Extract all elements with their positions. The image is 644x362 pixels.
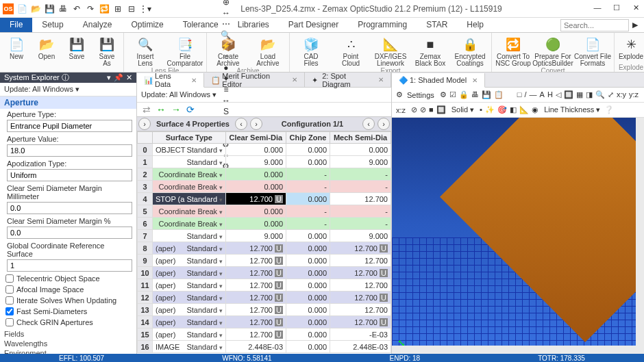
tab-help[interactable]: Help [457, 18, 493, 32]
qat-convert-icon[interactable]: 🔁 [99, 3, 110, 14]
col-header[interactable]: Mech Semi-Dia [330, 132, 391, 144]
sysexp-link-fields[interactable]: Fields [4, 329, 132, 339]
qat-redo-icon[interactable]: ↷ [85, 3, 96, 14]
iterate-checkbox[interactable] [5, 296, 14, 305]
col-header[interactable]: Surface Type [153, 132, 226, 144]
axis-xz-label[interactable]: x:z [396, 106, 406, 114]
chip-zone-cell[interactable]: 0.000 [286, 328, 330, 341]
scrollbar-horizontal[interactable] [392, 346, 644, 354]
col-header[interactable] [138, 132, 153, 144]
chip-zone-cell[interactable]: 0.000 [286, 279, 330, 292]
row-index[interactable]: 3 [138, 181, 153, 193]
tab-setup[interactable]: Setup [32, 18, 73, 32]
modtb1-5-icon[interactable]: 📋 [493, 90, 505, 99]
lenstb-icon-8[interactable]: ✦ [221, 73, 232, 84]
mech-semi-dia-cell[interactable]: - [330, 218, 391, 230]
open-button[interactable]: 📂Open [32, 34, 61, 71]
mech-semi-dia-cell[interactable]: -E-03 [330, 328, 391, 341]
surface-type-cell[interactable]: Standard [153, 156, 226, 168]
fastsd-checkbox[interactable] [5, 307, 14, 315]
arrow-icon-0[interactable]: ⇄ [143, 104, 151, 115]
tab-programming[interactable]: Programming [348, 18, 417, 32]
clear-semi-dia-cell[interactable]: 0.000 [225, 168, 286, 181]
lenstb-icon-6[interactable]: ○ [221, 51, 232, 62]
clear-semi-dia-cell[interactable]: 12.700 U [225, 316, 286, 328]
tab-part-designer[interactable]: Part Designer [279, 18, 348, 32]
doctab-shaded-model[interactable]: 🔷1: Shaded Model✕ [392, 73, 485, 88]
csd-mm-input[interactable] [7, 202, 132, 214]
qat-save-icon[interactable]: 💾 [44, 3, 55, 14]
mech-semi-dia-cell[interactable]: - [330, 205, 391, 218]
mech-semi-dia-cell[interactable]: 12.700 [330, 279, 391, 292]
mech-semi-dia-cell[interactable]: 0.000 [330, 144, 391, 156]
chip-zone-cell[interactable]: 0.000 [286, 156, 330, 168]
lenstb-icon-5[interactable]: ⚡ [221, 40, 232, 51]
surface-type-cell[interactable]: (aper) Standard [153, 242, 226, 255]
modtb1-2-icon[interactable]: 🔒 [458, 90, 470, 99]
row-index[interactable]: 6 [138, 218, 153, 230]
config-prev-icon[interactable]: ‹ [362, 118, 375, 130]
grin-checkbox[interactable] [5, 318, 14, 326]
cad-files-button[interactable]: 🧊CAD Files [292, 34, 330, 67]
chip-zone-cell[interactable]: 0.000 [286, 144, 330, 156]
modshape-8-icon[interactable]: ◨ [584, 90, 594, 99]
qat-more-icon[interactable]: ⋮▾ [140, 3, 151, 14]
convert-nsc-button[interactable]: 🔁Convert To NSC Group [494, 34, 532, 67]
black-box-button[interactable]: ■Zemax Black Box [411, 34, 449, 67]
clear-semi-dia-cell[interactable]: 0.000 [225, 181, 286, 193]
surface-type-cell[interactable]: OBJECT Standard [153, 144, 226, 156]
arrow-icon-3[interactable]: ⟳ [186, 104, 195, 115]
surface-type-cell[interactable]: (aper) Standard [153, 255, 226, 267]
surface-type-cell[interactable]: (aper) Standard [153, 267, 226, 279]
sysexp-section-aperture[interactable]: Aperture [0, 96, 136, 109]
chip-zone-cell[interactable]: - [286, 181, 330, 193]
col-header[interactable]: Clear Semi-Dia [225, 132, 286, 144]
minimize-button[interactable]: — [592, 3, 603, 14]
lenstb-icon-9[interactable]: ≡ [221, 84, 232, 95]
clear-semi-dia-cell[interactable]: 9.000 [225, 156, 286, 168]
modshape-10-icon[interactable]: ⤢ [606, 90, 615, 99]
convert-file-button[interactable]: 📄Convert File Formats [573, 34, 612, 67]
clear-semi-dia-cell[interactable]: 12.700 U [225, 279, 286, 292]
surface-row-6[interactable]: 6Coordinate Break0.000-- [138, 218, 391, 230]
modshape-1-icon[interactable]: / [523, 90, 528, 99]
telecentric-checkbox[interactable] [5, 274, 14, 283]
surface-row-12[interactable]: 12(aper) Standard12.700 U0.00012.700 U [138, 292, 391, 304]
explode-button[interactable]: ✳Explode [617, 34, 644, 64]
aperture-type-input[interactable] [7, 120, 132, 132]
lenstb-icon-4[interactable]: 🔍 [221, 29, 232, 40]
sysexp-update-dropdown[interactable]: Update: All Windows ▾ [4, 85, 79, 94]
lenstb-icon-7[interactable]: ● [221, 62, 232, 73]
surface-row-13[interactable]: 13(aper) Standard12.700 U0.00012.700 [138, 304, 391, 316]
save-as-button[interactable]: 💾Save As [92, 34, 121, 71]
surface-row-1[interactable]: 1Standard9.0000.0009.000 [138, 156, 391, 168]
search-input[interactable] [560, 19, 629, 31]
modshape-3-icon[interactable]: A [538, 90, 546, 99]
surf-prev-icon[interactable]: ‹ [235, 118, 247, 130]
modtb2b-3-icon[interactable]: ◧ [508, 105, 518, 114]
tab-optimize[interactable]: Optimize [121, 18, 173, 32]
chip-zone-cell[interactable]: 0.000 [286, 230, 330, 242]
tab-analyze[interactable]: Analyze [73, 18, 122, 32]
config-next-icon[interactable]: › [377, 118, 390, 130]
clear-semi-dia-cell[interactable]: 12.700 U [225, 193, 286, 205]
row-index[interactable]: 15 [138, 328, 153, 341]
tab-star[interactable]: STAR [417, 18, 457, 32]
surface-type-cell[interactable]: (aper) Standard [153, 292, 226, 304]
modtb2b-0-icon[interactable]: ▪ [478, 105, 484, 114]
modshape-2-icon[interactable]: — [528, 90, 538, 99]
doctab-spot-diagram[interactable]: ✦2: Spot Diagram✕ [305, 73, 391, 87]
modtb2a-3-icon[interactable]: 🔲 [435, 105, 447, 114]
qat-new-icon[interactable]: 📄 [16, 3, 27, 14]
chip-zone-cell[interactable]: 0.000 [286, 292, 330, 304]
chip-zone-cell[interactable]: - [286, 168, 330, 181]
surface-type-cell[interactable]: IMAGE Standard [153, 341, 226, 353]
row-index[interactable]: 13 [138, 304, 153, 316]
chip-zone-cell[interactable]: 0.000 [286, 193, 330, 205]
mech-semi-dia-cell[interactable]: 9.000 [330, 230, 391, 242]
clear-semi-dia-cell[interactable]: 0.000 [225, 218, 286, 230]
modshape-7-icon[interactable]: ▦ [575, 90, 584, 99]
clear-semi-dia-cell[interactable]: 0.000 [225, 205, 286, 218]
mech-semi-dia-cell[interactable]: 12.700 U [330, 292, 391, 304]
csd-pct-input[interactable] [7, 227, 132, 239]
